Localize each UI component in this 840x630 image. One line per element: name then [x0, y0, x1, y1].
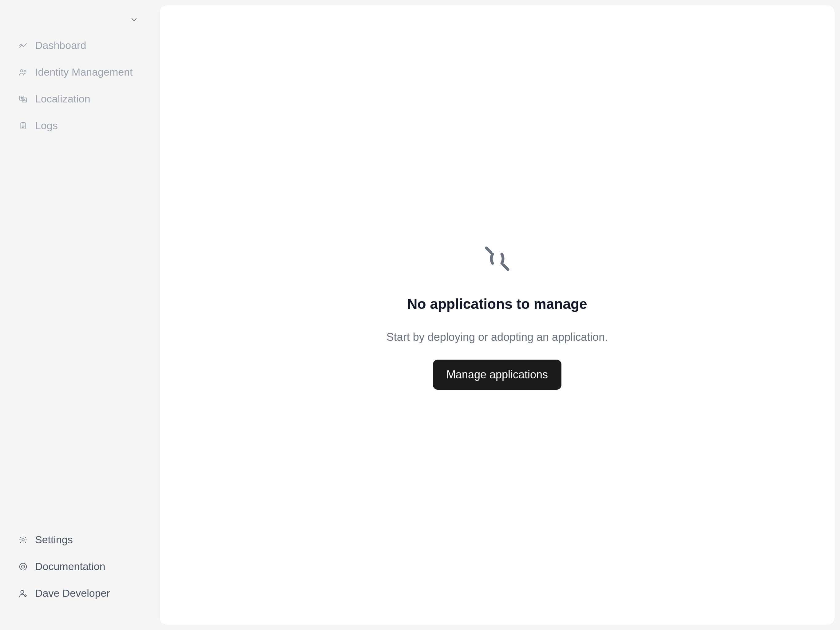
svg-line-13	[486, 248, 491, 253]
svg-line-14	[503, 265, 508, 269]
empty-state-subtitle: Start by deploying or adopting an applic…	[387, 331, 608, 343]
identity-icon	[19, 68, 28, 77]
sidebar-item-localization[interactable]: Localization	[19, 93, 138, 105]
user-icon	[19, 589, 28, 598]
sidebar-item-dashboard[interactable]: Dashboard	[19, 40, 138, 51]
dashboard-icon	[19, 41, 28, 50]
svg-point-1	[24, 70, 26, 72]
settings-icon	[19, 535, 28, 545]
svg-point-11	[21, 590, 24, 594]
sidebar-item-label: Dave Developer	[35, 587, 110, 599]
localization-icon	[19, 95, 28, 104]
sidebar-item-logs[interactable]: Logs	[19, 120, 138, 131]
sidebar-item-label: Documentation	[35, 560, 106, 573]
sidebar-footer: Settings Documentation Dave	[0, 534, 157, 618]
empty-state-title: No applications to manage	[407, 296, 587, 312]
documentation-icon	[19, 562, 28, 571]
empty-state: No applications to manage Start by deplo…	[387, 240, 608, 390]
sidebar-item-label: Localization	[35, 93, 90, 105]
svg-point-0	[20, 70, 23, 72]
broken-link-icon	[479, 240, 516, 277]
sidebar-item-user[interactable]: Dave Developer	[19, 587, 138, 599]
sidebar-item-label: Logs	[35, 120, 58, 131]
sidebar-item-label: Identity Management	[35, 66, 133, 78]
sidebar-nav: Dashboard Identity Management	[0, 40, 157, 534]
sidebar-item-identity[interactable]: Identity Management	[19, 66, 138, 78]
svg-rect-4	[21, 123, 25, 129]
svg-point-9	[20, 563, 27, 570]
main-content: No applications to manage Start by deplo…	[157, 0, 840, 630]
sidebar-item-label: Settings	[35, 534, 73, 546]
logs-icon	[19, 121, 28, 130]
chevron-down-icon[interactable]	[130, 15, 138, 24]
svg-point-8	[22, 539, 24, 541]
svg-point-10	[22, 565, 25, 568]
sidebar-item-label: Dashboard	[35, 40, 86, 51]
sidebar-item-settings[interactable]: Settings	[19, 534, 138, 546]
sidebar: Dashboard Identity Management	[0, 0, 157, 630]
content-card: No applications to manage Start by deplo…	[159, 5, 835, 625]
sidebar-header	[0, 15, 157, 40]
manage-applications-button[interactable]: Manage applications	[433, 359, 561, 390]
sidebar-item-documentation[interactable]: Documentation	[19, 560, 138, 573]
